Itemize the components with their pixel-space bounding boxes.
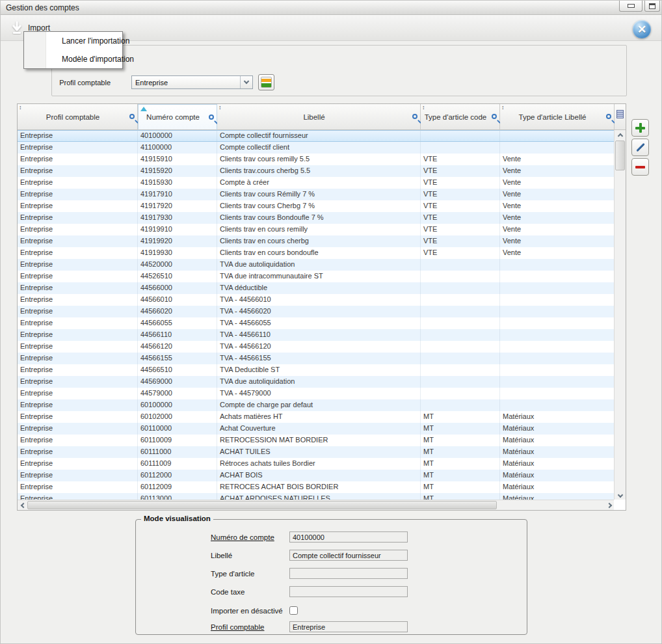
table-row[interactable]: Entreprise44526510TVA due intracommunaut…	[18, 271, 615, 282]
magnifier-icon[interactable]	[492, 114, 497, 119]
column-header-2[interactable]: Numéro compte	[138, 104, 217, 130]
table-cell: 41100000	[138, 142, 217, 154]
magnifier-icon[interactable]	[606, 114, 611, 119]
menu-item-lancer-importation[interactable]: Lancer l'importation	[24, 32, 122, 50]
minimize-button[interactable]	[619, 1, 642, 12]
profil-comptable-combobox[interactable]: Entreprise	[131, 75, 253, 89]
profil-comptable-field[interactable]	[289, 621, 408, 632]
close-button[interactable]: ✕	[633, 20, 651, 38]
table-cell: Entreprise	[18, 259, 138, 271]
table-cell: VTE	[421, 247, 500, 259]
libelle-label: Libellé	[211, 552, 232, 559]
table-cell	[421, 271, 500, 282]
table-row[interactable]: Entreprise40100000Compte collectif fourn…	[18, 130, 615, 142]
table-row[interactable]: Entreprise41915930Compte à créerVTEVente	[18, 177, 615, 189]
table-cell	[421, 282, 500, 294]
table-cell: 44566000	[138, 282, 217, 294]
numero-de-compte-field[interactable]	[289, 531, 408, 543]
column-header-4[interactable]: ↕Type d'article code	[421, 104, 500, 130]
column-header-1[interactable]: ↕Profil comptable	[18, 104, 138, 130]
table-row[interactable]: Entreprise41917930Clients trav cours Bon…	[18, 212, 615, 224]
table-cell: 41919910	[138, 224, 217, 235]
table-row[interactable]: Entreprise44566000TVA déductible	[18, 282, 615, 294]
table-row[interactable]: Entreprise44520000TVA due autoliquidatio…	[18, 259, 615, 271]
table-cell: 44566010	[138, 294, 217, 306]
table-row[interactable]: Entreprise60102000Achats matières HTMTMa…	[18, 411, 615, 423]
table-cell: MT	[421, 470, 500, 481]
importer-desactive-checkbox[interactable]	[289, 606, 298, 615]
table-cell: TVA Deductible ST	[217, 364, 421, 376]
table-row[interactable]: Entreprise44566055TVA - 44566055	[18, 317, 615, 329]
vertical-scrollbar[interactable]	[614, 130, 626, 501]
column-header-3[interactable]: ↕Libellé	[217, 104, 421, 130]
edit-row-button[interactable]	[631, 139, 649, 156]
table-body: Entreprise40100000Compte collectif fourn…	[18, 130, 615, 501]
table-cell: 60112000	[138, 470, 217, 481]
code-taxe-field[interactable]	[289, 586, 408, 597]
table-row[interactable]: Entreprise41915920Clients trav.cours che…	[18, 165, 615, 177]
table-cell: Entreprise	[18, 271, 138, 282]
table-cell: Entreprise	[18, 200, 138, 212]
table-row[interactable]: Entreprise41919910Clients trav en cours …	[18, 224, 615, 235]
viz-row-type-article: Type d'article	[136, 568, 527, 580]
scroll-left-button[interactable]	[18, 500, 27, 510]
table-cell: TVA due intracommunautaire ST	[217, 271, 421, 282]
table-row[interactable]: Entreprise60110000Achat CouvertureMTMaté…	[18, 423, 615, 435]
maximize-button[interactable]	[644, 1, 660, 12]
profile-picker-button[interactable]	[258, 74, 274, 90]
table-row[interactable]: Entreprise41917920Clients trav cours Che…	[18, 200, 615, 212]
column-header-5[interactable]: ↕Type d'article Libellé	[500, 104, 615, 130]
table-cell	[500, 329, 615, 341]
table-cell: Clients trav en cours remilly	[217, 224, 421, 235]
table-cell: TVA - 44566120	[217, 341, 421, 353]
horizontal-scrollbar[interactable]	[18, 500, 615, 510]
table-cell	[500, 131, 615, 141]
table-row[interactable]: Entreprise44566155TVA - 44566155	[18, 353, 615, 364]
column-header-label: Profil comptable	[18, 104, 128, 129]
magnifier-icon[interactable]	[412, 114, 417, 119]
table-row[interactable]: Entreprise44569000TVA due autoliquidatio…	[18, 376, 615, 388]
table-row[interactable]: Entreprise60110009RETROCESSION MAT BORDI…	[18, 435, 615, 446]
column-header-label: Type d'article code	[421, 104, 490, 129]
table-row[interactable]: Entreprise44566120TVA - 44566120	[18, 341, 615, 353]
table-cell: 41917920	[138, 200, 217, 212]
header-filler	[615, 104, 626, 130]
table-row[interactable]: Entreprise44566110TVA - 44566110	[18, 329, 615, 341]
table-row[interactable]: Entreprise41919920Clients trav en cours …	[18, 235, 615, 247]
table-cell: Entreprise	[18, 282, 138, 294]
magnifier-icon[interactable]	[129, 114, 135, 119]
table-row[interactable]: Entreprise60100000Compte de charge par d…	[18, 399, 615, 411]
horizontal-scroll-thumb[interactable]	[27, 501, 497, 509]
libelle-field[interactable]	[289, 550, 408, 561]
delete-row-button[interactable]	[631, 158, 649, 176]
type-article-field[interactable]	[289, 568, 408, 579]
table-row[interactable]: Entreprise41917910Clients trav cours Rém…	[18, 189, 615, 200]
title-bar: Gestion des comptes	[1, 1, 662, 15]
table-row[interactable]: Entreprise60112000ACHAT BOISMTMatériaux	[18, 470, 615, 481]
chevron-down-icon	[617, 492, 622, 498]
table-row[interactable]: Entreprise44566010TVA - 44566010	[18, 294, 615, 306]
combobox-value: Entreprise	[135, 79, 168, 87]
table-cell: 44569000	[138, 376, 217, 388]
table-row[interactable]: Entreprise44566020TVA - 44566020	[18, 306, 615, 317]
table-row[interactable]: Entreprise44579000TVA - 44579000	[18, 388, 615, 399]
table-row[interactable]: Entreprise41100000Compte collectif clien…	[18, 142, 615, 154]
grid-selector-icon[interactable]	[616, 110, 624, 118]
combobox-arrow-button[interactable]	[240, 76, 252, 88]
table-row[interactable]: Entreprise41919930Clients trav en cours …	[18, 247, 615, 259]
table-cell: ACHAT TUILES	[217, 446, 421, 458]
table-row[interactable]: Entreprise41915910Clients trav cours rem…	[18, 154, 615, 165]
table-row[interactable]: Entreprise60111009Rétroces achats tuiles…	[18, 458, 615, 470]
menu-item-modele-importation[interactable]: Modèle d'importation	[24, 50, 122, 68]
add-row-button[interactable]	[631, 119, 649, 137]
close-x-icon: ✕	[637, 24, 646, 35]
magnifier-icon[interactable]	[209, 114, 214, 120]
table-row[interactable]: Entreprise44566510TVA Deductible ST	[18, 364, 615, 376]
table-cell	[421, 142, 500, 154]
table-cell: Entreprise	[18, 317, 138, 329]
table-cell: VTE	[421, 165, 500, 177]
vertical-scroll-thumb[interactable]	[615, 141, 625, 170]
scroll-up-button[interactable]	[615, 130, 626, 140]
table-row[interactable]: Entreprise60111000ACHAT TUILESMTMatériau…	[18, 446, 615, 458]
table-row[interactable]: Entreprise60112009RETROCES ACHAT BOIS BO…	[18, 481, 615, 493]
